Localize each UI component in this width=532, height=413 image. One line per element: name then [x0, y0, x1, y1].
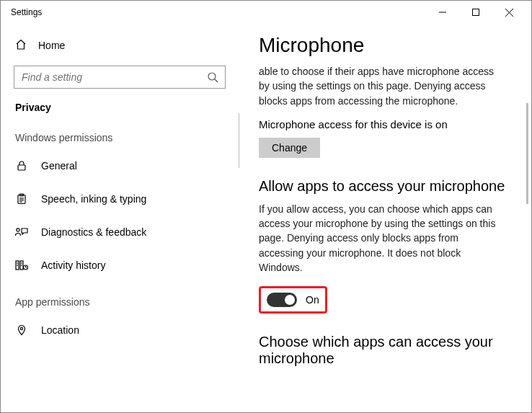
nav-label: Diagnostics & feedback: [41, 226, 146, 238]
nav-location[interactable]: Location: [1, 314, 239, 347]
allow-description: If you allow access, you can choose whic…: [259, 202, 504, 275]
svg-point-12: [17, 228, 19, 231]
active-section-label: Privacy: [1, 102, 239, 113]
toggle-knob: [285, 295, 295, 305]
allow-heading: Allow apps to access your microphone: [259, 178, 511, 195]
window-title: Settings: [6, 7, 42, 17]
home-label: Home: [38, 40, 65, 51]
content-scrollbar[interactable]: [526, 103, 528, 204]
search-icon: [207, 71, 218, 83]
group-windows-permissions: Windows permissions: [1, 132, 239, 143]
maximize-icon: [472, 9, 479, 16]
allow-toggle-highlight: On: [259, 286, 327, 314]
nav-diagnostics-feedback[interactable]: Diagnostics & feedback: [1, 216, 239, 249]
feedback-icon: [15, 226, 28, 239]
svg-rect-1: [473, 9, 479, 16]
titlebar: Settings: [1, 1, 531, 24]
page-title: Microphone: [259, 34, 511, 57]
nav-activity-history[interactable]: Activity history: [1, 249, 239, 282]
nav-label: General: [41, 160, 77, 172]
home-nav[interactable]: Home: [1, 31, 239, 60]
nav-label: Speech, inking & typing: [41, 193, 146, 205]
mic-access-status: Microphone access for this device is on: [259, 118, 511, 130]
maximize-button[interactable]: [459, 1, 492, 24]
allow-apps-toggle[interactable]: [267, 293, 297, 307]
svg-point-4: [208, 73, 216, 80]
nav-label: Activity history: [41, 259, 105, 271]
nav-general[interactable]: General: [1, 149, 239, 182]
search-input[interactable]: [14, 66, 226, 89]
toggle-state-label: On: [306, 294, 319, 306]
svg-point-22: [20, 327, 22, 329]
lock-icon: [15, 159, 28, 172]
location-icon: [15, 324, 28, 337]
home-icon: [15, 39, 27, 53]
group-app-permissions: App permissions: [1, 296, 239, 308]
window-buttons: [426, 1, 526, 24]
minimize-button[interactable]: [426, 1, 459, 24]
activity-history-icon: [15, 259, 28, 272]
close-icon: [505, 9, 513, 17]
svg-rect-6: [18, 165, 25, 170]
minimize-icon: [439, 9, 446, 16]
intro-text: able to choose if their apps have microp…: [259, 64, 504, 108]
sidebar: Home Privacy Windows permissions General…: [1, 24, 239, 412]
svg-line-5: [215, 79, 218, 82]
search-box[interactable]: [14, 66, 226, 89]
nav-speech-inking-typing[interactable]: Speech, inking & typing: [1, 182, 239, 216]
choose-apps-heading: Choose which apps can access your microp…: [259, 334, 511, 367]
content-pane: Microphone able to choose if their apps …: [239, 24, 531, 412]
nav-label: Location: [41, 324, 79, 336]
close-button[interactable]: [492, 1, 526, 24]
clipboard-icon: [15, 192, 28, 205]
change-button[interactable]: Change: [259, 138, 320, 158]
